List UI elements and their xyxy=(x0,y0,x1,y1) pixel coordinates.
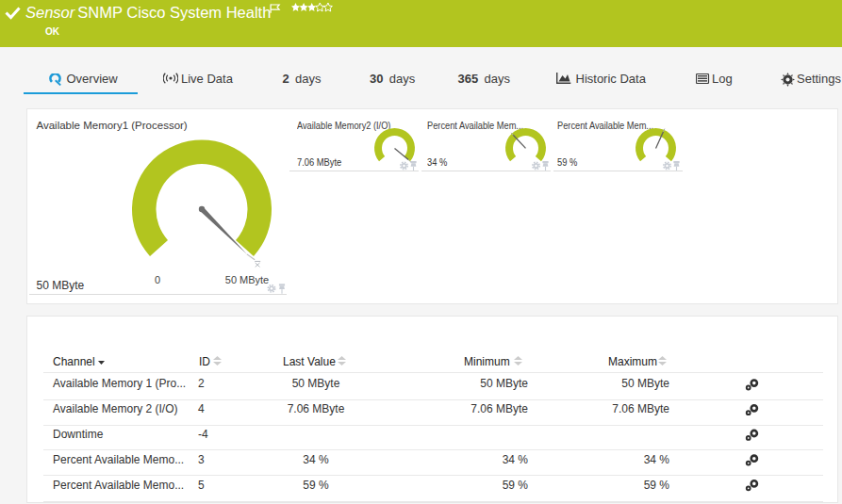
svg-text:50 MByte: 50 MByte xyxy=(225,274,269,285)
svg-text:0: 0 xyxy=(155,274,160,285)
